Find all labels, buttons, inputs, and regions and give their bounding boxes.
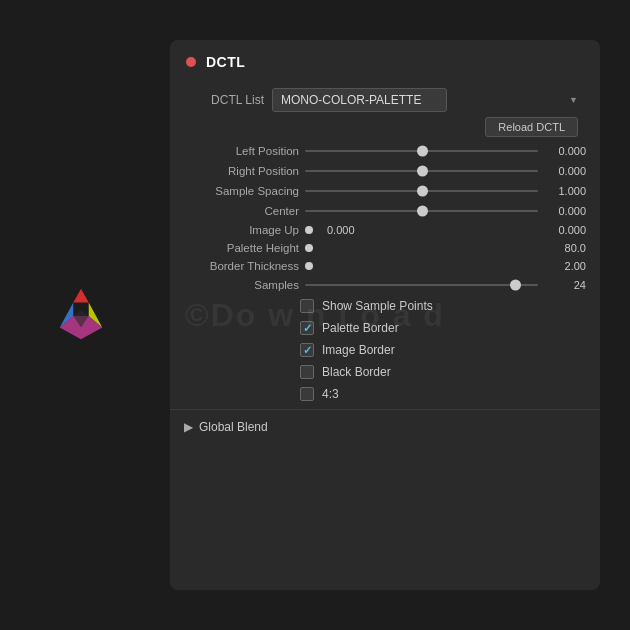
center-thumb[interactable]	[417, 206, 428, 217]
dctl-list-select[interactable]: MONO-COLOR-PALETTE	[272, 88, 447, 112]
slider-row-image-up: Image Up 0.000 0.000	[170, 221, 600, 239]
checkbox-row-image-border: ✓ Image Border	[170, 339, 600, 361]
dctl-select-wrapper[interactable]: MONO-COLOR-PALETTE	[272, 88, 586, 112]
palette-height-label: Palette Height	[184, 242, 299, 254]
center-track	[305, 210, 538, 212]
palette-border-check-icon: ✓	[303, 323, 312, 334]
panel-title: DCTL	[206, 54, 245, 70]
checkbox-row-show-sample-points: Show Sample Points	[170, 295, 600, 317]
samples-slider[interactable]	[305, 278, 538, 292]
image-up-value: 0.000	[323, 224, 538, 236]
4-3-label: 4:3	[322, 387, 339, 401]
sample-spacing-slider[interactable]	[305, 184, 538, 198]
slider-row-palette-height: Palette Height 80.0	[170, 239, 600, 257]
expand-arrow-icon: ▶	[184, 420, 193, 434]
slider-row-border-thickness: Border Thickness 2.00	[170, 257, 600, 275]
center-slider[interactable]	[305, 204, 538, 218]
center-label: Center	[184, 205, 299, 217]
right-position-thumb[interactable]	[417, 166, 428, 177]
right-position-label: Right Position	[184, 165, 299, 177]
slider-row-center: Center 0.000	[170, 201, 600, 221]
dctl-list-row: DCTL List MONO-COLOR-PALETTE	[170, 84, 600, 114]
image-border-check-icon: ✓	[303, 345, 312, 356]
image-border-checkbox[interactable]: ✓	[300, 343, 314, 357]
checkbox-row-black-border: Black Border	[170, 361, 600, 383]
red-dot-indicator	[186, 57, 196, 67]
slider-row-samples: Samples 24	[170, 275, 600, 295]
global-blend-label: Global Blend	[199, 420, 268, 434]
sample-spacing-thumb[interactable]	[417, 186, 428, 197]
right-position-value: 0.000	[544, 165, 586, 177]
global-blend-row[interactable]: ▶ Global Blend	[170, 409, 600, 444]
border-thickness-label: Border Thickness	[184, 260, 299, 272]
davinci-logo	[52, 285, 112, 345]
right-position-slider[interactable]	[305, 164, 538, 178]
left-position-thumb[interactable]	[417, 146, 428, 157]
checkbox-row-palette-border: ✓ Palette Border	[170, 317, 600, 339]
4-3-checkbox[interactable]	[300, 387, 314, 401]
right-position-track	[305, 170, 538, 172]
palette-border-checkbox[interactable]: ✓	[300, 321, 314, 335]
border-thickness-value: 2.00	[544, 260, 586, 272]
panel-header: DCTL	[170, 40, 600, 80]
dctl-list-label: DCTL List	[184, 93, 264, 107]
left-position-value: 0.000	[544, 145, 586, 157]
sample-spacing-track	[305, 190, 538, 192]
border-thickness-dot[interactable]	[305, 262, 313, 270]
center-value: 0.000	[544, 205, 586, 217]
image-border-label: Image Border	[322, 343, 395, 357]
main-container: DCTL DCTL List MONO-COLOR-PALETTE Reload…	[0, 0, 630, 630]
palette-height-dot[interactable]	[305, 244, 313, 252]
samples-label: Samples	[184, 279, 299, 291]
show-sample-points-label: Show Sample Points	[322, 299, 433, 313]
sample-spacing-label: Sample Spacing	[184, 185, 299, 197]
slider-row-right-position: Right Position 0.000	[170, 161, 600, 181]
sample-spacing-value: 1.000	[544, 185, 586, 197]
show-sample-points-checkbox[interactable]	[300, 299, 314, 313]
image-up-dot[interactable]	[305, 226, 313, 234]
palette-height-value: 80.0	[544, 242, 586, 254]
black-border-checkbox[interactable]	[300, 365, 314, 379]
panel-body: DCTL List MONO-COLOR-PALETTE Reload DCTL…	[170, 80, 600, 452]
samples-track	[305, 284, 538, 286]
reload-dctl-button[interactable]: Reload DCTL	[485, 117, 578, 137]
left-position-track	[305, 150, 538, 152]
samples-value: 24	[544, 279, 586, 291]
reload-row: Reload DCTL	[170, 114, 600, 141]
samples-thumb[interactable]	[510, 280, 521, 291]
black-border-label: Black Border	[322, 365, 391, 379]
image-up-display: 0.000	[544, 224, 586, 236]
left-position-slider[interactable]	[305, 144, 538, 158]
slider-row-sample-spacing: Sample Spacing 1.000	[170, 181, 600, 201]
left-position-label: Left Position	[184, 145, 299, 157]
dctl-panel: DCTL DCTL List MONO-COLOR-PALETTE Reload…	[170, 40, 600, 590]
slider-row-left-position: Left Position 0.000	[170, 141, 600, 161]
checkbox-row-4-3: 4:3	[170, 383, 600, 405]
image-up-label: Image Up	[184, 224, 299, 236]
palette-border-label: Palette Border	[322, 321, 399, 335]
